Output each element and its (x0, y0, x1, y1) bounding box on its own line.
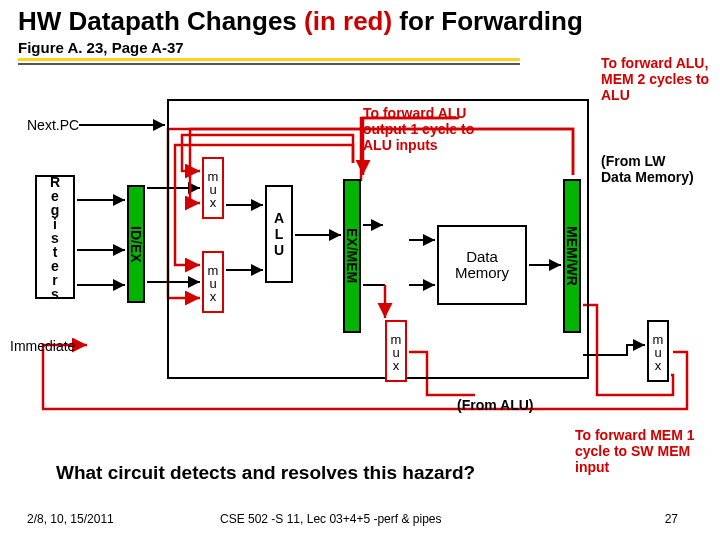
idex-register: ID/EX (127, 185, 145, 303)
annot-from-alu: (From ALU) (457, 397, 533, 413)
data-memory-block: Data Memory (437, 225, 527, 305)
registers-block: Registers (35, 175, 75, 299)
footer-page: 27 (665, 512, 678, 526)
memwr-register: MEM/WR (563, 179, 581, 333)
rule-gold (18, 58, 520, 61)
annot-forward-1cycle: To forward ALU output 1 cycle to ALU inp… (363, 105, 503, 153)
mux-writeback: mux (647, 320, 669, 382)
exmem-register: EX/MEM (343, 179, 361, 333)
mux-mem-input: mux (385, 320, 407, 382)
mux-top: mux (202, 157, 224, 219)
figure-caption: Figure A. 23, Page A-37 (18, 39, 184, 56)
mux-bottom: mux (202, 251, 224, 313)
footer-course: CSE 502 -S 11, Lec 03+4+5 -perf & pipes (220, 512, 441, 526)
annot-forward-2cycle: To forward ALU, MEM 2 cycles to ALU (601, 55, 711, 103)
rule-dark (18, 63, 520, 65)
annot-from-lw: (From LW Data Memory) (601, 153, 697, 185)
footer-date: 2/8, 10, 15/2011 (27, 512, 114, 526)
alu-block: ALU (265, 185, 293, 283)
datapath-diagram: Next.PC Immediate Registers ID/EX EX/MEM… (27, 85, 697, 415)
label-nextpc: Next.PC (27, 117, 79, 133)
slide-title: HW Datapath Changes (in red) for Forward… (18, 6, 583, 37)
label-immediate: Immediate (10, 338, 75, 354)
slide-question: What circuit detects and resolves this h… (56, 462, 475, 484)
annot-forward-sw: To forward MEM 1 cycle to SW MEM input (575, 427, 705, 475)
